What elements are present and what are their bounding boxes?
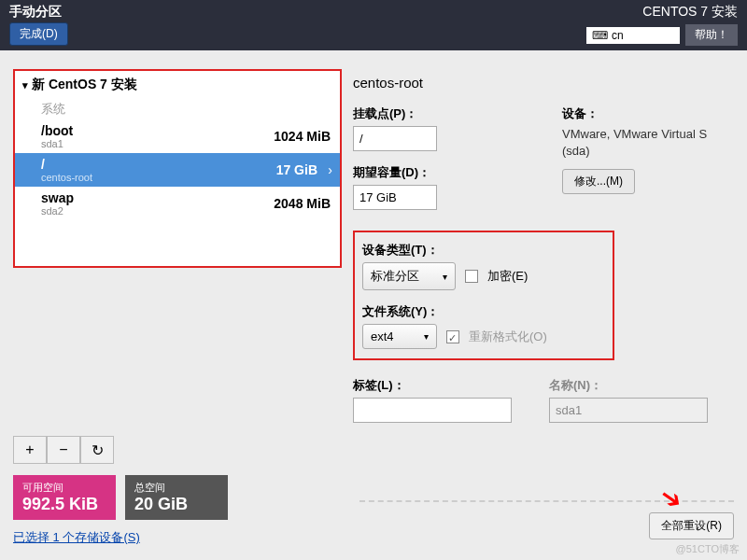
partition-row-root[interactable]: /centos-root 17 GiB › (15, 153, 340, 187)
total-space-card: 总空间 20 GiB (125, 475, 228, 520)
device-label: 设备： (562, 105, 734, 122)
modify-device-button[interactable]: 修改...(M) (562, 169, 635, 194)
partition-row-swap[interactable]: swapsda2 2048 MiB (15, 187, 340, 220)
name-input (549, 398, 708, 423)
encrypt-label: 加密(E) (487, 268, 528, 285)
encrypt-checkbox[interactable] (465, 270, 478, 283)
help-button[interactable]: 帮助！ (685, 24, 738, 46)
filesystem-label: 文件系统(Y)： (362, 303, 605, 320)
reset-all-button[interactable]: 全部重设(R) (649, 512, 734, 539)
reformat-label: 重新格式化(O) (469, 329, 547, 345)
watermark: @51CTO博客 (676, 542, 740, 556)
keyboard-lang: cn (612, 29, 624, 42)
desired-capacity-label: 期望容量(D)： (353, 164, 525, 181)
chevron-right-icon: › (328, 162, 332, 177)
page-title: 手动分区 (9, 4, 62, 21)
mount-point-input[interactable] (353, 126, 437, 151)
storage-devices-link[interactable]: 已选择 1 个存储设备(S) (13, 529, 140, 546)
install-root-node[interactable]: 新 CentOS 7 安装 (15, 71, 340, 99)
done-button[interactable]: 完成(D) (9, 22, 68, 46)
tag-input[interactable] (353, 398, 512, 423)
system-group-label: 系统 (15, 99, 340, 119)
highlighted-section: 设备类型(T)： 标准分区 加密(E) 文件系统(Y)： ext4 重新格式化(… (353, 231, 614, 360)
top-bar: 手动分区 完成(D) CENTOS 7 安装 cn 帮助！ (0, 0, 747, 50)
keyboard-icon (592, 29, 608, 42)
filesystem-dropdown[interactable]: ext4 (362, 324, 437, 349)
available-space-card: 可用空间 992.5 KiB (13, 475, 116, 520)
desired-capacity-input[interactable] (353, 185, 437, 210)
device-type-label: 设备类型(T)： (362, 242, 605, 259)
device-type-dropdown[interactable]: 标准分区 (362, 262, 456, 290)
partition-row-boot[interactable]: /bootsda1 1024 MiB (15, 119, 340, 153)
volume-name-heading: centos-root (353, 75, 734, 91)
reformat-checkbox[interactable] (446, 330, 459, 343)
install-title: CENTOS 7 安装 (642, 4, 738, 21)
add-partition-button[interactable]: + (13, 436, 47, 464)
reload-button[interactable]: ↻ (80, 436, 114, 464)
device-text: VMware, VMware Virtual S (sda) (562, 126, 734, 160)
remove-partition-button[interactable]: − (47, 436, 80, 464)
partition-tree: 新 CentOS 7 安装 系统 /bootsda1 1024 MiB /cen… (13, 69, 342, 268)
divider (359, 500, 734, 502)
mount-point-label: 挂载点(P)： (353, 105, 525, 122)
tag-label: 标签(L)： (353, 377, 512, 394)
keyboard-layout-selector[interactable]: cn (586, 27, 680, 44)
name-label: 名称(N)： (549, 377, 708, 394)
